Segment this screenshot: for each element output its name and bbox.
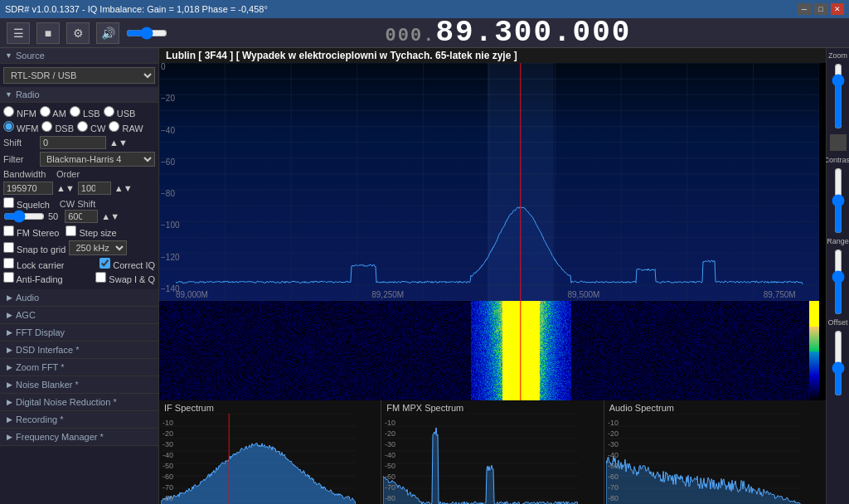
shift-input[interactable] bbox=[40, 136, 106, 149]
am-radio[interactable] bbox=[40, 106, 51, 117]
bw-order-labels: Bandwidth Order bbox=[3, 169, 155, 179]
audio-button[interactable]: 🔊 bbox=[96, 22, 119, 44]
snap-select[interactable]: 250 kHz bbox=[69, 240, 127, 255]
cw-shift-label: CW Shift bbox=[60, 199, 95, 209]
step-size-label[interactable]: Step size bbox=[65, 225, 116, 238]
squelch-slider[interactable] bbox=[3, 211, 45, 222]
left-sidebar: ▼ Source RTL-SDR / USB ▼ Radio NFM AM LS… bbox=[0, 48, 159, 504]
dsd-label: DSD Interface * bbox=[16, 345, 79, 355]
am-label[interactable]: AM bbox=[40, 106, 66, 119]
swap-iq-item: Swap I & Q bbox=[95, 272, 155, 284]
dnr-label: Digital Noise Reduction * bbox=[16, 397, 117, 407]
agc-section: ▶ AGC bbox=[0, 307, 158, 324]
iq-row-1: Lock carrier Correct IQ bbox=[3, 258, 155, 270]
dsd-header[interactable]: ▶ DSD Interface * bbox=[0, 342, 158, 358]
correct-iq-checkbox[interactable] bbox=[99, 258, 110, 269]
menu-button[interactable]: ☰ bbox=[7, 22, 30, 44]
audio-spectrum-canvas[interactable] bbox=[606, 414, 801, 504]
radio-content: NFM AM LSB USB WFM DSB CW RAW Shift ▲▼ bbox=[0, 103, 158, 289]
fm-stereo-label[interactable]: FM Stereo bbox=[3, 225, 59, 238]
main-content: Lublin [ 3F44 ] [ Wypadek w elektrociepl… bbox=[159, 48, 826, 504]
swap-iq-checkbox[interactable] bbox=[95, 272, 106, 283]
fm-step-row: FM Stereo Step size bbox=[3, 225, 155, 238]
squelch-checkbox[interactable] bbox=[3, 197, 14, 208]
cw-shift-input[interactable] bbox=[65, 210, 98, 223]
if-spectrum-title: IF Spectrum bbox=[161, 402, 379, 414]
recording-label: Recording * bbox=[16, 414, 63, 424]
source-section-header: ▼ Source bbox=[0, 48, 158, 64]
order-input[interactable] bbox=[78, 182, 111, 195]
raw-label[interactable]: RAW bbox=[109, 121, 143, 133]
audio-spectrum-panel: Audio Spectrum bbox=[604, 400, 826, 504]
settings-button[interactable]: ⚙ bbox=[66, 22, 90, 44]
waterfall-display[interactable] bbox=[159, 301, 826, 400]
minimize-button[interactable]: ─ bbox=[798, 3, 811, 15]
dsb-label[interactable]: DSB bbox=[41, 121, 74, 133]
usb-radio[interactable] bbox=[104, 106, 114, 117]
lsb-label[interactable]: LSB bbox=[70, 106, 100, 119]
noise-blanker-section: ▶ Noise Blanker * bbox=[0, 376, 158, 394]
close-button[interactable]: ✕ bbox=[831, 3, 844, 15]
anti-fading-checkbox[interactable] bbox=[3, 272, 14, 283]
dnr-section: ▶ Digital Noise Reduction * bbox=[0, 394, 158, 411]
audio-header[interactable]: ▶ Audio bbox=[0, 289, 158, 306]
snap-label[interactable]: Snap to grid bbox=[3, 242, 65, 254]
zoom-fft-label: Zoom FFT * bbox=[16, 362, 64, 372]
lsb-radio[interactable] bbox=[70, 106, 80, 117]
wfm-label[interactable]: WFM bbox=[3, 121, 38, 133]
snap-checkbox[interactable] bbox=[3, 242, 14, 253]
filter-row: Filter Blackman-Harris 4 bbox=[3, 152, 155, 167]
zoom-slider[interactable] bbox=[832, 63, 844, 129]
step-size-checkbox[interactable] bbox=[65, 225, 76, 236]
filter-select[interactable]: Blackman-Harris 4 bbox=[40, 152, 155, 167]
squelch-checkbox-label[interactable]: Squelch bbox=[3, 197, 50, 210]
contrast-slider[interactable] bbox=[832, 167, 844, 234]
freq-main: 89.300.000 bbox=[435, 16, 631, 50]
bandwidth-input[interactable] bbox=[3, 182, 53, 195]
agc-header[interactable]: ▶ AGC bbox=[0, 307, 158, 323]
stop-button[interactable]: ■ bbox=[36, 22, 60, 44]
nfm-label[interactable]: NFM bbox=[3, 106, 36, 119]
usb-label[interactable]: USB bbox=[104, 106, 136, 119]
freq-manager-label: Frequency Manager * bbox=[16, 432, 104, 442]
recording-section: ▶ Recording * bbox=[0, 411, 158, 429]
cw-radio[interactable] bbox=[77, 121, 88, 132]
noise-blanker-label: Noise Blanker * bbox=[16, 380, 79, 390]
frequency-display: 000.89.300.000 bbox=[174, 16, 842, 50]
waterfall-canvas[interactable] bbox=[159, 301, 819, 400]
offset-label: Offset bbox=[828, 318, 848, 327]
fm-stereo-checkbox[interactable] bbox=[3, 225, 14, 236]
offset-slider[interactable] bbox=[832, 330, 844, 396]
zoom-thumb bbox=[830, 134, 847, 151]
range-slider[interactable] bbox=[832, 249, 844, 315]
fft-header[interactable]: ▶ FFT Display bbox=[0, 324, 158, 341]
zoom-fft-header[interactable]: ▶ Zoom FFT * bbox=[0, 359, 158, 376]
cw-label[interactable]: CW bbox=[77, 121, 105, 133]
fft-section: ▶ FFT Display bbox=[0, 324, 158, 342]
raw-radio[interactable] bbox=[109, 121, 119, 132]
source-label: Source bbox=[16, 51, 45, 61]
dsd-section: ▶ DSD Interface * bbox=[0, 342, 158, 359]
freq-prefix: 000. bbox=[386, 26, 436, 46]
fm-mpx-canvas[interactable] bbox=[383, 414, 578, 504]
dnr-header[interactable]: ▶ Digital Noise Reduction * bbox=[0, 394, 158, 410]
noise-blanker-header[interactable]: ▶ Noise Blanker * bbox=[0, 376, 158, 393]
if-spectrum-canvas[interactable] bbox=[161, 414, 356, 504]
lock-carrier-checkbox[interactable] bbox=[3, 258, 14, 269]
audio-section: ▶ Audio bbox=[0, 289, 158, 307]
freq-manager-header[interactable]: ▶ Frequency Manager * bbox=[0, 429, 158, 445]
source-device-select[interactable]: RTL-SDR / USB bbox=[3, 67, 155, 84]
bandwidth-label: Bandwidth bbox=[3, 169, 53, 179]
squelch-row: Squelch CW Shift bbox=[3, 197, 155, 210]
wfm-radio[interactable] bbox=[3, 121, 14, 132]
lock-carrier-item: Lock carrier bbox=[3, 258, 65, 270]
dsb-radio[interactable] bbox=[41, 121, 52, 132]
spectrum-display[interactable] bbox=[159, 63, 826, 301]
maximize-button[interactable]: □ bbox=[814, 3, 827, 15]
nfm-radio[interactable] bbox=[3, 106, 14, 117]
shift-label: Shift bbox=[3, 138, 36, 148]
volume-slider[interactable] bbox=[126, 27, 167, 40]
recording-header[interactable]: ▶ Recording * bbox=[0, 411, 158, 428]
zoom-label: Zoom bbox=[828, 51, 847, 60]
spectrum-canvas[interactable] bbox=[159, 63, 819, 301]
